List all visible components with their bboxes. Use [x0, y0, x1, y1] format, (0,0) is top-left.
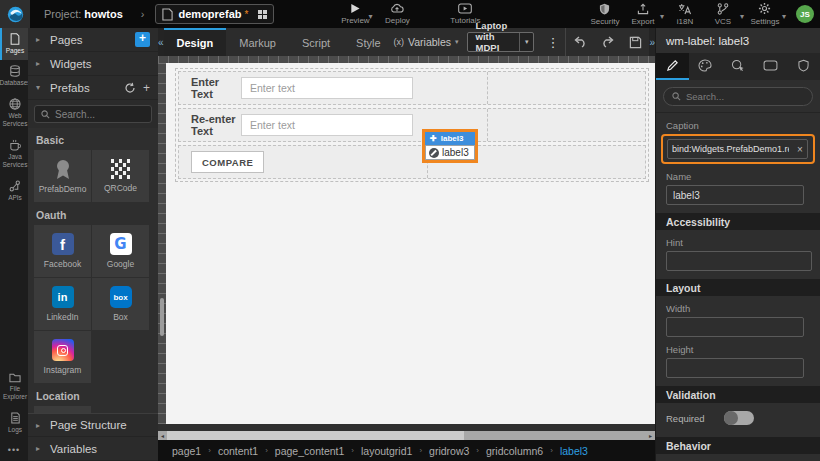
breadcrumb-gridcolumn6[interactable]: gridcolumn6 — [486, 445, 543, 457]
sidebar-section-prefabs[interactable]: ▾ Prefabs + — [28, 76, 158, 100]
selected-widget-label3[interactable]: ✚ label3 label3 — [422, 129, 478, 163]
device-selector[interactable]: Laptop with MDPI Screen ▾ — [467, 32, 535, 52]
prefab-qrcode[interactable]: QRCode — [92, 150, 149, 202]
breadcrumb-content1[interactable]: content1 — [218, 445, 258, 457]
prefab-location[interactable] — [34, 406, 91, 413]
tab-markup[interactable]: Markup — [226, 28, 289, 56]
prefab-linkedin[interactable]: in LinkedIn — [34, 278, 91, 330]
re-enter-text-label[interactable]: Re-enter Text — [179, 113, 241, 137]
variables-menu[interactable]: (x) Variables ▾ — [394, 28, 467, 56]
grid-row-3[interactable]: COMPARE — [178, 145, 646, 179]
preview-chevron-icon[interactable]: ▾ — [368, 12, 372, 21]
required-toggle[interactable] — [724, 411, 754, 425]
prefab-facebook[interactable]: f Facebook — [34, 225, 91, 277]
canvas-area: « Design Markup Script Style (x) Variabl… — [158, 28, 655, 461]
tab-security[interactable] — [787, 53, 820, 80]
prefab-box[interactable]: box Box — [92, 278, 149, 330]
deploy-button[interactable]: Deploy — [380, 0, 414, 28]
re-enter-text-input[interactable] — [241, 114, 413, 136]
prefab-prefabdemo[interactable]: PrefabDemo — [34, 150, 91, 202]
breadcrumb-page-content1[interactable]: page_content1 — [275, 445, 344, 457]
section-accessibility[interactable]: Accessibility — [656, 213, 820, 230]
rail-item-logs[interactable]: Logs — [0, 407, 28, 439]
import-prefab-button[interactable]: + — [143, 81, 150, 95]
rail-more-icon[interactable]: ••• — [0, 439, 28, 461]
section-label: Variables — [50, 443, 97, 455]
name-input[interactable] — [666, 185, 804, 205]
variables-label: Variables — [408, 36, 451, 48]
redo-button[interactable] — [594, 28, 622, 56]
settings-chevron-icon[interactable]: ▾ — [782, 12, 786, 21]
clear-caption-icon[interactable]: × — [793, 144, 807, 155]
refresh-icon[interactable] — [124, 82, 136, 94]
sidebar-section-widgets[interactable]: ▸ Widgets — [28, 52, 158, 76]
rail-item-pages[interactable]: Pages — [0, 28, 28, 60]
width-input[interactable] — [666, 317, 804, 337]
tab-styles[interactable] — [689, 53, 722, 80]
prefab-instagram[interactable]: Instagram — [34, 331, 91, 383]
export-chevron-icon[interactable]: ▾ — [660, 12, 664, 21]
grid-row-1[interactable]: Enter Text — [178, 71, 646, 105]
breadcrumb-page1[interactable]: page1 — [172, 445, 201, 457]
breadcrumb-label3-current[interactable]: label3 — [560, 445, 588, 457]
tab-design[interactable]: Design — [164, 28, 227, 56]
horizontal-scrollbar[interactable]: ◂ ▸ — [158, 431, 655, 440]
properties-search[interactable]: Search... — [663, 87, 813, 106]
logs-icon — [10, 412, 21, 424]
label3-widget[interactable]: label3 — [425, 145, 475, 160]
rail-item-java-services[interactable]: Java Services — [0, 134, 28, 175]
widget-selection-tab[interactable]: ✚ label3 — [425, 132, 475, 145]
hint-input[interactable] — [666, 251, 812, 271]
breadcrumb-layoutgrid1[interactable]: layoutgrid1 — [361, 445, 412, 457]
compare-button[interactable]: COMPARE — [191, 151, 264, 173]
layout-grid[interactable]: Enter Text Re-enter Text COMPARE — [175, 68, 649, 182]
app-grid-icon[interactable] — [258, 10, 267, 19]
sidebar-section-page-structure[interactable]: ▸ Page Structure — [28, 413, 158, 437]
prefab-search[interactable]: Search... — [34, 105, 152, 123]
tab-devices[interactable] — [754, 53, 787, 80]
i18n-button[interactable]: i18N — [668, 0, 702, 28]
export-button[interactable]: Export — [626, 0, 660, 28]
app-selector[interactable]: demoprefab * — [155, 4, 275, 24]
modified-marker: * — [245, 9, 249, 20]
vcs-chevron-icon[interactable]: ▾ — [740, 12, 744, 21]
settings-button[interactable]: Settings — [748, 0, 782, 28]
height-input[interactable] — [666, 358, 804, 378]
security-button[interactable]: Security — [588, 0, 622, 28]
canvas-more-menu[interactable]: ⋮ — [540, 28, 566, 56]
vertical-scrollbar-thumb[interactable] — [160, 298, 164, 336]
breadcrumb-gridrow3[interactable]: gridrow3 — [429, 445, 469, 457]
section-behavior[interactable]: Behavior — [656, 437, 820, 454]
save-button[interactable] — [622, 28, 649, 56]
user-avatar[interactable]: JS — [796, 5, 814, 23]
page-canvas[interactable]: Enter Text Re-enter Text COMPARE — [166, 63, 655, 424]
rail-item-databases[interactable]: Databases — [0, 60, 28, 92]
sidebar-section-variables[interactable]: ▸ Variables — [28, 437, 158, 461]
rail-item-file-explorer[interactable]: File Explorer — [0, 367, 28, 407]
undo-button[interactable] — [566, 28, 594, 56]
tab-properties[interactable] — [656, 53, 689, 80]
sidebar-section-pages[interactable]: ▸ Pages + — [28, 28, 158, 52]
horizontal-scrollbar-thumb[interactable] — [167, 431, 464, 440]
breadcrumb-sep-icon: › — [550, 446, 553, 455]
tab-script[interactable]: Script — [289, 28, 343, 56]
scroll-right-icon[interactable]: ▸ — [646, 431, 655, 440]
enter-text-input[interactable] — [241, 77, 413, 99]
grid-row-2[interactable]: Re-enter Text — [178, 108, 646, 142]
section-layout[interactable]: Layout — [656, 279, 820, 296]
enter-text-label[interactable]: Enter Text — [179, 76, 241, 100]
chevron-down-icon: ▾ — [36, 83, 43, 92]
caption-input[interactable] — [668, 144, 793, 154]
rail-item-web-services[interactable]: Web Services — [0, 93, 28, 134]
preview-button[interactable]: Preview — [338, 0, 372, 28]
add-page-button[interactable]: + — [135, 32, 150, 47]
prefab-google[interactable]: G Google — [92, 225, 149, 277]
chevron-down-icon: ▾ — [455, 38, 459, 46]
tab-style[interactable]: Style — [343, 28, 393, 56]
wavemaker-logo[interactable] — [0, 0, 30, 28]
rail-item-apis[interactable]: APIs — [0, 175, 28, 207]
scroll-left-icon[interactable]: ◂ — [158, 431, 167, 440]
tab-events[interactable] — [722, 53, 755, 80]
section-validation[interactable]: Validation — [656, 386, 820, 403]
vcs-button[interactable]: VCS — [706, 0, 740, 28]
